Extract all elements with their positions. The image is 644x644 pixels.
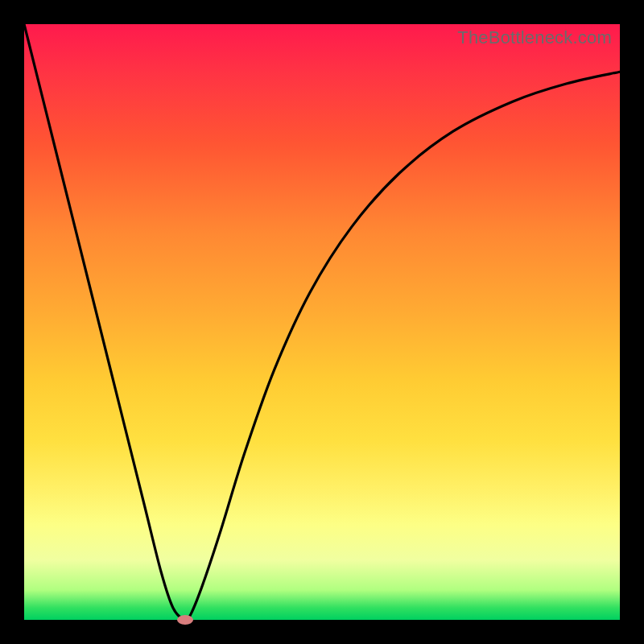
curve-svg bbox=[24, 24, 620, 620]
plot-area: TheBottleneck.com bbox=[24, 24, 620, 620]
bottleneck-curve-path bbox=[24, 24, 620, 620]
valley-marker bbox=[177, 615, 193, 625]
chart-frame: TheBottleneck.com bbox=[0, 0, 644, 644]
